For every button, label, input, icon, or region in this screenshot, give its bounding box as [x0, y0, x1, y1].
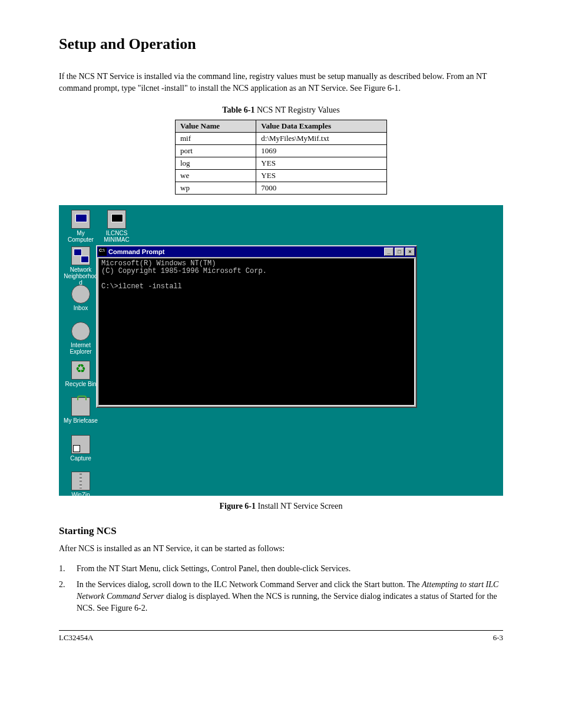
table-row: logYES — [176, 157, 387, 170]
page-footer: LC32454A 6-3 — [59, 631, 503, 643]
terminal-content[interactable]: Microsoft(R) Windows NT(TM) (C) Copyrigh… — [98, 258, 415, 406]
desktop-screenshot: My Computer ILCNCS MINIMAC Network Neigh… — [59, 205, 503, 496]
desktop-icon-label: Recycle Bin — [63, 381, 98, 387]
step-row-2: 2. In the Services dialog, scroll down t… — [59, 579, 503, 614]
desktop-icon-label: My Computer — [63, 230, 98, 243]
step-text: From the NT Start Menu, click Settings, … — [77, 563, 503, 575]
table-row: port1069 — [176, 145, 387, 157]
desktop-icon-label: My Briefcase — [63, 417, 98, 424]
table-caption: Table 6-1 NCS NT Registry Values — [59, 106, 503, 115]
capture-icon — [71, 435, 90, 454]
system-menu-icon[interactable] — [98, 248, 107, 256]
titlebar[interactable]: Command Prompt _ □ × — [97, 246, 416, 257]
terminal-line: Microsoft(R) Windows NT(TM) — [101, 259, 216, 268]
desktop-icon-recycle[interactable]: Recycle Bin — [63, 361, 98, 387]
desktop-icon-label: Network Neighborhood — [63, 266, 98, 286]
table-row: mifd:\MyFiles\MyMif.txt — [176, 133, 387, 145]
table-caption-rest: NCS NT Registry Values — [254, 106, 339, 114]
desktop-icon-network[interactable]: Network Neighborhood — [63, 246, 98, 286]
page-title: Setup and Operation — [59, 35, 503, 53]
recycle-icon — [71, 361, 90, 380]
registry-table: Value Name Value Data Examples mifd:\MyF… — [175, 120, 387, 195]
figure-caption-bold: Figure 6-1 — [219, 502, 256, 510]
terminal-line: C:\>ilcnet -install — [101, 282, 182, 291]
desktop-icon-label: Capture — [63, 455, 98, 462]
desktop-icon-my-computer[interactable]: My Computer — [63, 210, 98, 243]
col-header-value: Value Data Examples — [256, 120, 387, 133]
footer-right: 6-3 — [493, 633, 503, 643]
network-icon — [71, 246, 90, 265]
terminal-icon — [107, 210, 126, 229]
col-header-name: Value Name — [176, 120, 256, 133]
globe-icon — [71, 285, 90, 304]
table-row: weYES — [176, 170, 387, 182]
command-prompt-window[interactable]: Command Prompt _ □ × Microsoft(R) Window… — [96, 245, 417, 408]
desktop-icon-label: Inbox — [63, 305, 98, 311]
briefcase-icon — [71, 397, 90, 416]
step-number: 1. — [59, 563, 77, 575]
ie-icon — [71, 322, 90, 341]
desktop-icon-label: WinZip — [63, 492, 98, 496]
table-row: wp7000 — [176, 182, 387, 195]
window-title: Command Prompt — [108, 248, 164, 255]
footer-left: LC32454A — [59, 633, 94, 643]
desktop-icon-capture[interactable]: Capture — [63, 435, 98, 462]
winzip-icon — [71, 472, 90, 490]
maximize-button[interactable]: □ — [395, 248, 404, 256]
step-number: 2. — [59, 579, 77, 614]
intro-paragraph: If the NCS NT Service is installed via t… — [59, 71, 503, 94]
terminal-line: (C) Copyright 1985-1996 Microsoft Corp. — [101, 267, 267, 275]
desktop-icon-inbox[interactable]: Inbox — [63, 285, 98, 311]
desktop-icon-label: ILCNCS MINIMAC — [99, 230, 134, 243]
desktop-icon-briefcase[interactable]: My Briefcase — [63, 397, 98, 424]
table-caption-bold: Table 6-1 — [222, 106, 254, 114]
computer-icon — [71, 210, 90, 229]
desktop-icon-winzip[interactable]: WinZip — [63, 472, 98, 496]
desktop-icon-label: Internet Explorer — [63, 342, 98, 355]
figure-caption: Figure 6-1 Install NT Service Screen — [59, 502, 503, 511]
figure-caption-rest: Install NT Service Screen — [256, 502, 342, 510]
step-row-1: 1. From the NT Start Menu, click Setting… — [59, 563, 503, 575]
step-text: In the Services dialog, scroll down to t… — [77, 579, 503, 614]
section-heading: Starting NCS — [59, 525, 503, 537]
desktop-icon-ie[interactable]: Internet Explorer — [63, 322, 98, 355]
section-intro: After NCS is installed as an NT Service,… — [59, 543, 503, 555]
minimize-button[interactable]: _ — [384, 248, 394, 256]
close-button[interactable]: × — [405, 248, 415, 256]
desktop-icon-ilcncs[interactable]: ILCNCS MINIMAC — [99, 210, 134, 243]
table-header-row: Value Name Value Data Examples — [176, 120, 387, 133]
